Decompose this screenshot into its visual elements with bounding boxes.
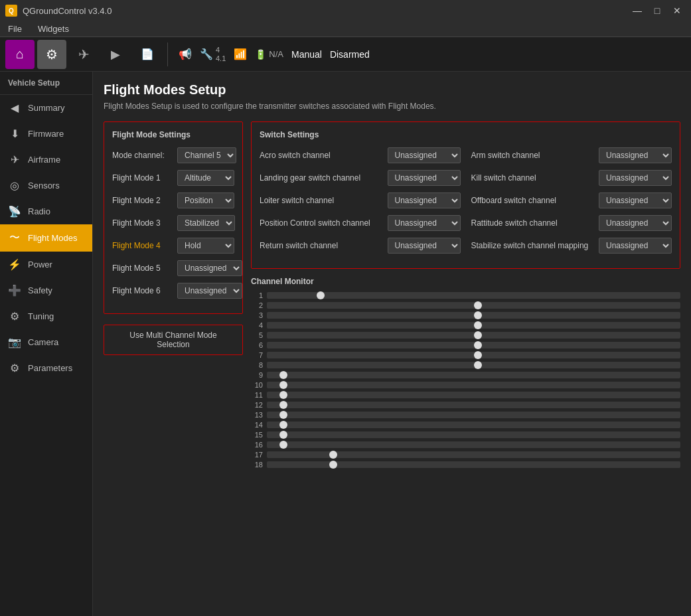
- flight-mode-5-select[interactable]: Unassigned: [177, 260, 242, 276]
- switch-row-stabilize: Stabilize switch channel mapping Unassig…: [471, 238, 672, 254]
- sidebar-item-firmware[interactable]: ⬇ Firmware: [0, 121, 92, 147]
- sidebar-item-sensors[interactable]: ◎ Sensors: [0, 173, 92, 198]
- channel-num-1: 1: [251, 291, 263, 299]
- acro-switch-select[interactable]: Unassigned: [388, 147, 461, 163]
- menu-file[interactable]: File: [5, 23, 25, 35]
- toolbar-send-btn[interactable]: ▶: [101, 40, 130, 69]
- channel-indicator-1: [317, 291, 325, 299]
- channel-bar-9: [267, 372, 680, 378]
- sidebar-item-tuning[interactable]: ⚙ Tuning: [0, 303, 92, 329]
- channel-indicator-12: [279, 401, 287, 409]
- channel-indicator-16: [279, 441, 287, 449]
- speaker-icon: 📢: [179, 48, 192, 60]
- channel-bar-2: [267, 302, 680, 309]
- channel-indicator-3: [474, 311, 482, 319]
- wrench-icon: 🔧: [200, 48, 213, 60]
- rattitude-switch-label: Rattitude switch channel: [471, 218, 595, 228]
- channel-indicator-8: [474, 361, 482, 369]
- menu-widgets[interactable]: Widgets: [35, 23, 72, 35]
- summary-icon: ◀: [8, 102, 21, 114]
- sidebar-item-flightmodes[interactable]: 〜 Flight Modes: [0, 224, 92, 252]
- sidebar-item-radio[interactable]: 📡 Radio: [0, 198, 92, 224]
- flight-mode-3-select[interactable]: Stabilized: [177, 215, 235, 231]
- toolbar-doc-btn[interactable]: 📄: [133, 40, 162, 69]
- landing-gear-switch-select[interactable]: Unassigned: [388, 170, 461, 186]
- channel-bar-18: [267, 461, 680, 468]
- loiter-switch-select[interactable]: Unassigned: [388, 193, 461, 208]
- sidebar-item-safety[interactable]: ➕ Safety: [0, 277, 92, 303]
- flight-mode-6-label: Flight Mode 6: [112, 286, 172, 295]
- channel-bar-12: [267, 402, 680, 408]
- position-control-switch-select[interactable]: Unassigned: [388, 215, 461, 231]
- channel-indicator-11: [279, 391, 287, 399]
- rattitude-switch-select[interactable]: Unassigned: [599, 215, 672, 231]
- channel-indicator-6: [474, 341, 482, 349]
- power-icon: ⚡: [8, 258, 21, 271]
- offboard-switch-select[interactable]: Unassigned: [599, 193, 672, 208]
- switch-row-rattitude: Rattitude switch channel Unassigned: [471, 215, 672, 231]
- app-logo: Q: [5, 5, 17, 17]
- position-control-switch-label: Position Control switch channel: [260, 218, 384, 228]
- toolbar-gear-btn[interactable]: ⚙: [37, 40, 66, 69]
- channel-bar-11: [267, 392, 680, 398]
- channel-bar-14: [267, 422, 680, 428]
- sidebar-item-camera[interactable]: 📷 Camera: [0, 329, 92, 355]
- channel-indicator-2: [474, 301, 482, 309]
- kill-switch-select[interactable]: Unassigned: [599, 170, 672, 186]
- toolbar-map-btn[interactable]: ✈: [69, 40, 98, 69]
- channel-num-11: 11: [251, 391, 263, 399]
- channel-row-4: 4: [251, 321, 680, 329]
- sidebar-item-summary[interactable]: ◀ Summary: [0, 95, 92, 121]
- signal-icon: 📶: [234, 48, 247, 60]
- close-button[interactable]: ✕: [668, 4, 686, 17]
- parameters-icon: ⚙: [8, 362, 21, 374]
- flight-mode-settings-title: Flight Mode Settings: [112, 130, 234, 139]
- channel-indicator-17: [329, 451, 337, 459]
- status-speaker: 📢: [179, 48, 192, 60]
- channel-row-17: 17: [251, 451, 680, 459]
- safety-icon: ➕: [8, 284, 21, 297]
- sidebar-item-parameters[interactable]: ⚙ Parameters: [0, 355, 92, 381]
- flight-mode-1-label: Flight Mode 1: [112, 173, 172, 183]
- title-bar: Q QGroundControl v3.4.0 — □ ✕: [0, 0, 691, 21]
- battery-icon: 🔋: [255, 49, 266, 60]
- return-switch-select[interactable]: Unassigned: [388, 238, 461, 254]
- flight-mode-6-select[interactable]: Unassigned: [177, 283, 242, 299]
- flight-mode-6-row: Flight Mode 6 Unassigned: [112, 283, 234, 299]
- channel-row-7: 7: [251, 351, 680, 359]
- toolbar-home-btn[interactable]: ⌂: [5, 40, 35, 69]
- channel-bar-1: [267, 292, 680, 299]
- flight-mode-settings-col: Flight Mode Settings Mode channel: Chann…: [104, 121, 243, 471]
- flight-mode-2-select[interactable]: Position: [177, 193, 234, 208]
- sidebar-header: Vehicle Setup: [0, 72, 92, 95]
- toolbar-status: 📢 🔧 4 4.1 📶 🔋 N/A Manual Disarmed: [179, 46, 370, 62]
- flight-mode-4-select[interactable]: Hold: [177, 238, 234, 254]
- sidebar-item-power[interactable]: ⚡ Power: [0, 252, 92, 277]
- flight-mode-settings-box: Flight Mode Settings Mode channel: Chann…: [104, 121, 243, 314]
- channel-bar-10: [267, 382, 680, 388]
- sidebar-label-safety: Safety: [28, 285, 52, 295]
- flight-mode-1-select[interactable]: Altitude: [177, 170, 234, 186]
- sidebar-label-airframe: Airframe: [28, 155, 60, 165]
- arm-switch-label: Arm switch channel: [471, 151, 595, 160]
- maximize-button[interactable]: □: [649, 4, 666, 17]
- two-column-layout: Flight Mode Settings Mode channel: Chann…: [104, 121, 680, 471]
- channel-row-16: 16: [251, 441, 680, 449]
- flight-mode-3-row: Flight Mode 3 Stabilized: [112, 215, 234, 231]
- tuning-icon: ⚙: [8, 310, 21, 323]
- channel-num-17: 17: [251, 451, 263, 459]
- channel-indicator-10: [279, 381, 287, 389]
- channel-bar-6: [267, 342, 680, 348]
- minimize-button[interactable]: —: [629, 4, 646, 17]
- arm-switch-select[interactable]: Unassigned: [599, 147, 672, 163]
- content-area: Flight Modes Setup Flight Modes Setup is…: [93, 72, 691, 616]
- channel-row-8: 8: [251, 361, 680, 369]
- switch-row-arm: Arm switch channel Unassigned: [471, 147, 672, 163]
- multi-channel-button[interactable]: Use Multi Channel Mode Selection: [104, 325, 243, 355]
- sidebar-label-sensors: Sensors: [28, 181, 60, 191]
- stabilize-switch-select[interactable]: Unassigned: [599, 238, 672, 254]
- mode-channel-select[interactable]: Channel 5: [177, 147, 236, 163]
- sidebar-item-airframe[interactable]: ✈ Airframe: [0, 147, 92, 173]
- switch-row-loiter: Loiter switch channel Unassigned: [260, 193, 461, 208]
- channel-num-2: 2: [251, 301, 263, 309]
